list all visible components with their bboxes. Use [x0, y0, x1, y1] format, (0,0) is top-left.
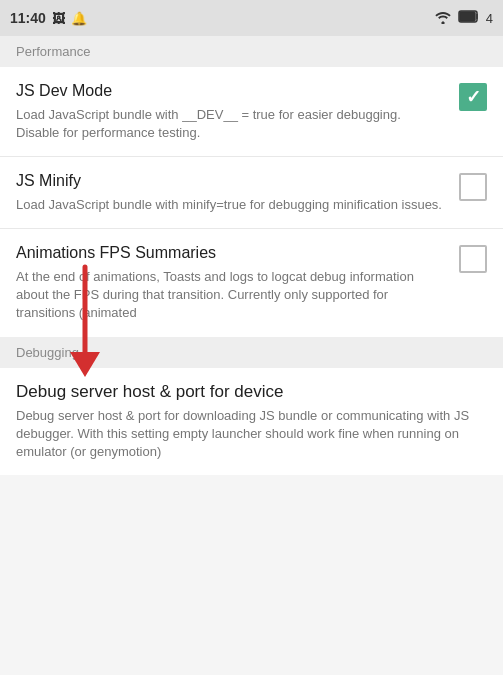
battery-icon	[458, 10, 480, 26]
battery-number: 4	[486, 11, 493, 26]
performance-label: Performance	[16, 44, 90, 59]
debugging-section-header: Debugging	[0, 337, 503, 368]
js-dev-mode-title: JS Dev Mode	[16, 81, 447, 102]
js-minify-item: JS Minify Load JavaScript bundle with mi…	[0, 157, 503, 229]
debug-server-item: Debug server host & port for device Debu…	[0, 368, 503, 476]
performance-section-header: Performance	[0, 36, 503, 67]
debug-server-title: Debug server host & port for device	[16, 382, 487, 402]
js-dev-mode-desc: Load JavaScript bundle with __DEV__ = tr…	[16, 106, 447, 142]
animations-fps-checkbox[interactable]	[459, 245, 487, 273]
js-dev-mode-content: JS Dev Mode Load JavaScript bundle with …	[16, 81, 459, 142]
red-arrow-icon	[60, 262, 110, 382]
svg-marker-3	[70, 352, 100, 377]
animations-fps-control[interactable]	[459, 243, 487, 273]
svg-rect-1	[460, 12, 475, 21]
js-minify-content: JS Minify Load JavaScript bundle with mi…	[16, 171, 459, 214]
js-dev-mode-control[interactable]	[459, 81, 487, 111]
photo-icon: 🖼	[52, 11, 65, 26]
status-bar-right: 4	[434, 10, 493, 27]
js-minify-control[interactable]	[459, 171, 487, 201]
debug-server-desc: Debug server host & port for downloading…	[16, 407, 487, 462]
js-dev-mode-item: JS Dev Mode Load JavaScript bundle with …	[0, 67, 503, 157]
time-display: 11:40	[10, 10, 46, 26]
notification-icon: 🔔	[71, 11, 87, 26]
js-dev-mode-checkbox[interactable]	[459, 83, 487, 111]
status-bar-left: 11:40 🖼 🔔	[10, 10, 87, 26]
status-bar: 11:40 🖼 🔔 4	[0, 0, 503, 36]
wifi-icon	[434, 10, 452, 27]
js-minify-title: JS Minify	[16, 171, 447, 192]
js-minify-checkbox[interactable]	[459, 173, 487, 201]
js-minify-desc: Load JavaScript bundle with minify=true …	[16, 196, 447, 214]
